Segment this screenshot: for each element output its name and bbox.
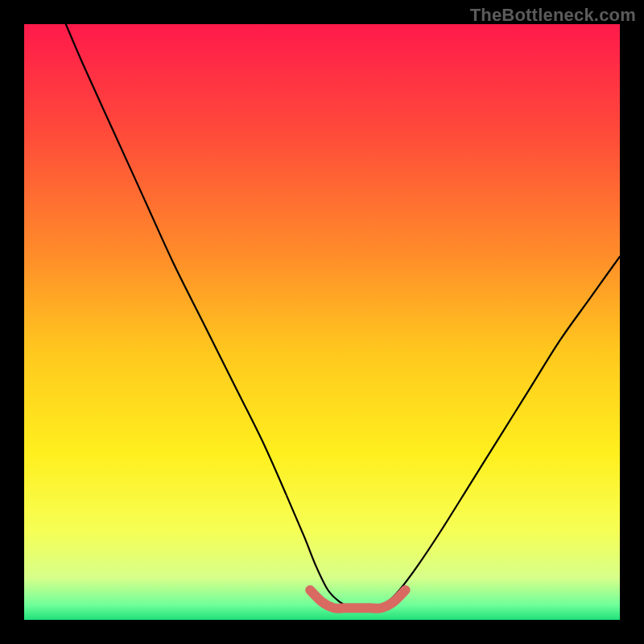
chart-frame: TheBottleneck.com (0, 0, 644, 644)
gradient-background (24, 24, 620, 620)
watermark-text: TheBottleneck.com (470, 5, 636, 26)
chart-svg (24, 24, 620, 620)
plot-area (24, 24, 620, 620)
